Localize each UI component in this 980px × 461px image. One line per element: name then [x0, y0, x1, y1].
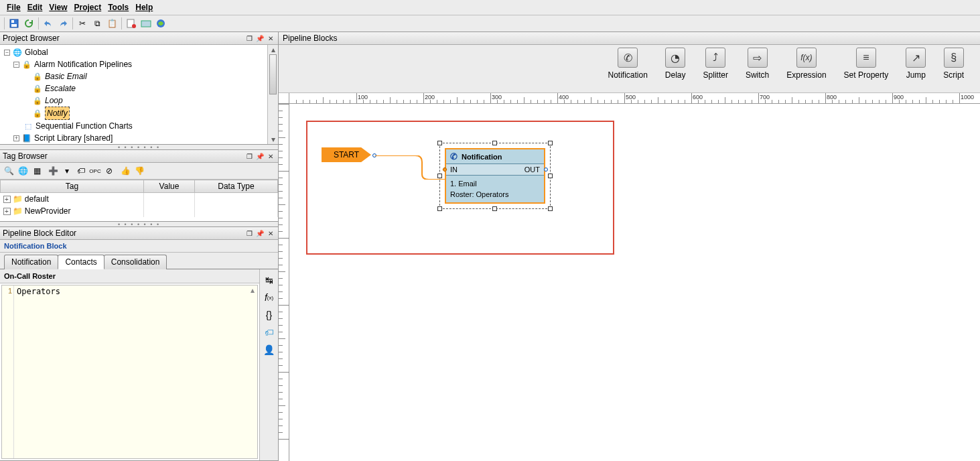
col-value[interactable]: Value: [144, 180, 195, 193]
menu-tools[interactable]: Tools: [105, 1, 131, 13]
tree-sfc[interactable]: ⬚Sequential Function Charts: [13, 120, 278, 132]
tree-item-basic-email[interactable]: 🔒Basic Email: [23, 70, 278, 82]
start-block[interactable]: START: [322, 147, 371, 162]
tree-label: Escalate: [45, 82, 76, 94]
block-label: Notification: [608, 70, 647, 80]
tool-icon-2[interactable]: [139, 17, 153, 30]
block-label: Switch: [746, 70, 769, 80]
block-editor-title: Pipeline Block Editor: [3, 228, 243, 238]
menu-project[interactable]: Project: [71, 1, 104, 13]
tag-row-default[interactable]: +📁 default: [1, 193, 278, 206]
tag-browser-panel: Tag Browser ❐ 📌 ✕ 🔍 🌐 ▦ ➕ ▾ 🏷 OPC ⊘ 👍 👎: [0, 149, 278, 222]
tag-row-newprovider[interactable]: +📁 NewProvider: [1, 205, 278, 217]
tag-name: default: [25, 194, 49, 204]
switch-icon: ⇨: [748, 48, 768, 68]
find-icon[interactable]: 🔍: [3, 165, 15, 177]
indent-icon[interactable]: ↹: [263, 273, 276, 287]
horizontal-ruler: 1002003004005006007008009001000: [289, 93, 980, 104]
tag-icon[interactable]: 🏷: [75, 165, 87, 177]
tree-item-escalate[interactable]: 🔒Escalate: [23, 82, 278, 94]
block-label: Jump: [906, 70, 926, 80]
jump-icon: ↗: [906, 48, 926, 68]
block-script-button[interactable]: §Script: [943, 48, 964, 90]
panel-restore-icon[interactable]: ❐: [244, 34, 254, 43]
panel-pin-icon[interactable]: 📌: [255, 228, 265, 238]
tag-name: NewProvider: [25, 206, 71, 216]
pipeline-blocks-panel: Pipeline Blocks ✆Notification ◔Delay ⤴Sp…: [279, 32, 980, 461]
menu-file[interactable]: File: [4, 1, 23, 13]
copy-icon[interactable]: ⧉: [90, 17, 104, 30]
tab-consolidation[interactable]: Consolidation: [104, 255, 167, 269]
tree-label: Alarm Notification Pipelines: [34, 58, 132, 70]
notification-block[interactable]: ✆ Notification IN OUT 1. Email Roster: O…: [445, 148, 545, 204]
menu-edit[interactable]: Edit: [25, 1, 46, 13]
grid-icon[interactable]: ▦: [31, 165, 43, 177]
disable-icon[interactable]: ⊘: [103, 165, 115, 177]
tree-label: Sequential Function Charts: [36, 120, 133, 132]
dropdown-icon[interactable]: ▾: [61, 165, 73, 177]
save-icon[interactable]: [7, 17, 21, 30]
tag-browser-title: Tag Browser: [3, 151, 243, 161]
block-setproperty-button[interactable]: ≡Set Property: [844, 48, 889, 90]
start-output-port[interactable]: [372, 153, 376, 157]
scrollbar[interactable]: ▴: [248, 285, 257, 458]
splitter-icon: ⤴: [705, 48, 725, 68]
tool-icon-1[interactable]: [125, 17, 138, 30]
expression-icon: f(x): [796, 48, 817, 68]
panel-close-icon[interactable]: ✕: [266, 228, 275, 238]
roster-code-text[interactable]: Operators: [14, 285, 248, 458]
tree-item-notify[interactable]: 🔒Notify: [23, 107, 278, 120]
svg-rect-5: [141, 21, 151, 27]
block-delay-button[interactable]: ◔Delay: [665, 48, 686, 90]
pipeline-canvas[interactable]: START ✆ Notification IN: [289, 104, 980, 461]
tool-icon-3[interactable]: [154, 17, 167, 30]
tag-icon[interactable]: 🏷: [263, 326, 276, 339]
panel-pin-icon[interactable]: 📌: [255, 34, 265, 43]
tree-pipelines[interactable]: − 🔒 Alarm Notification Pipelines: [13, 58, 278, 70]
block-label: Delay: [665, 70, 686, 80]
block-expression-button[interactable]: f(x)Expression: [786, 48, 826, 90]
tag-table[interactable]: Tag Value Data Type +📁 default +📁 NewPro…: [0, 180, 278, 217]
tree-item-loop[interactable]: 🔒Loop: [23, 94, 278, 107]
add-tag-icon[interactable]: ➕: [47, 165, 59, 177]
col-tag[interactable]: Tag: [1, 180, 144, 193]
project-browser-title: Project Browser: [3, 34, 243, 43]
block-splitter-button[interactable]: ⤴Splitter: [703, 48, 728, 90]
refresh-icon[interactable]: [22, 17, 36, 30]
block-label: Set Property: [844, 70, 889, 80]
redo-icon[interactable]: [56, 17, 70, 30]
col-datatype[interactable]: Data Type: [194, 180, 277, 193]
cut-icon[interactable]: ✂: [76, 17, 89, 30]
project-browser-tree[interactable]: − 🌐 Global − 🔒 Alarm Notification Pipeli…: [0, 45, 278, 144]
braces-icon[interactable]: {}: [263, 308, 276, 322]
panel-resizer[interactable]: • • • • • • •: [0, 222, 278, 226]
menu-bar: File Edit View Project Tools Help: [0, 0, 980, 15]
panel-resizer[interactable]: • • • • • • •: [0, 145, 278, 149]
opc-icon[interactable]: OPC: [89, 165, 101, 177]
thumbs-up-icon[interactable]: 👍: [119, 165, 131, 177]
menu-help[interactable]: Help: [133, 1, 155, 13]
selection-handles[interactable]: [439, 143, 551, 209]
block-switch-button[interactable]: ⇨Switch: [746, 48, 769, 90]
block-jump-button[interactable]: ↗Jump: [906, 48, 926, 90]
globe-icon[interactable]: 🌐: [17, 165, 29, 177]
tree-root-global[interactable]: − 🌐 Global: [4, 46, 278, 58]
menu-view[interactable]: View: [46, 1, 70, 13]
person-icon[interactable]: 👤: [263, 343, 276, 356]
tab-contacts[interactable]: Contacts: [58, 255, 104, 269]
thumbs-down-icon[interactable]: 👎: [133, 165, 145, 177]
scrollbar[interactable]: ▴ ▾: [267, 45, 278, 144]
fx-icon[interactable]: f(x): [263, 291, 276, 304]
panel-restore-icon[interactable]: ❐: [244, 228, 254, 238]
panel-restore-icon[interactable]: ❐: [244, 151, 254, 161]
tab-notification[interactable]: Notification: [4, 255, 58, 269]
tree-scriptlib[interactable]: +📘Script Library [shared]: [13, 132, 278, 144]
block-notification-button[interactable]: ✆Notification: [608, 48, 647, 90]
roster-editor[interactable]: 1 Operators ▴: [1, 285, 258, 459]
panel-pin-icon[interactable]: 📌: [255, 151, 265, 161]
panel-close-icon[interactable]: ✕: [266, 151, 275, 161]
svg-point-4: [132, 24, 136, 28]
undo-icon[interactable]: [42, 17, 55, 30]
paste-icon[interactable]: 📋: [105, 17, 119, 30]
panel-close-icon[interactable]: ✕: [266, 34, 275, 43]
